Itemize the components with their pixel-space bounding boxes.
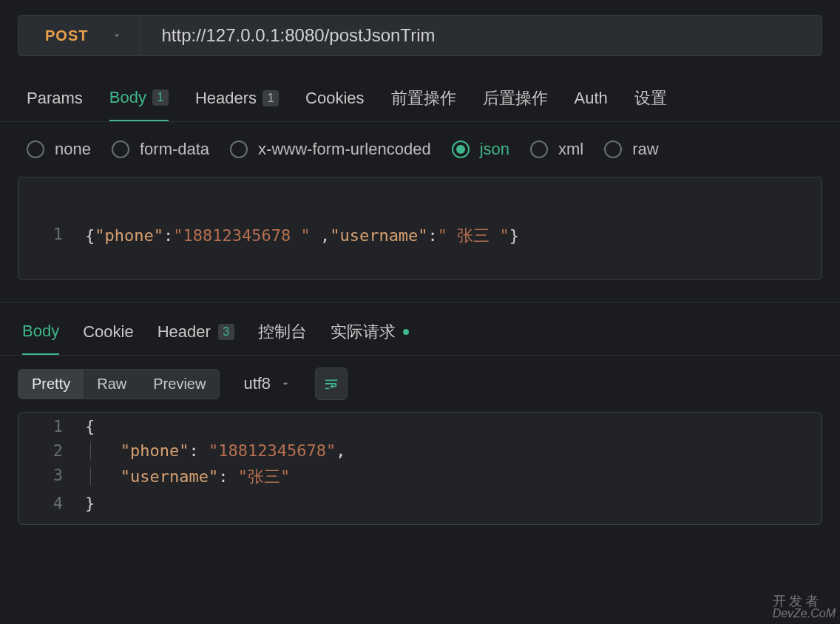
body-type-none[interactable]: none [27, 140, 91, 159]
chevron-down-icon [112, 30, 122, 41]
http-method-select[interactable]: POST [18, 15, 140, 56]
view-preview[interactable]: Preview [140, 370, 219, 399]
line-content: {"phone":"18812345678 " ,"username":" 张三… [85, 225, 822, 247]
view-mode-group: Pretty Raw Preview [18, 369, 220, 399]
word-wrap-icon [323, 376, 339, 392]
resp-tab-header[interactable]: Header 3 [158, 321, 234, 355]
encoding-select[interactable]: utf8 [237, 374, 297, 393]
tab-settings[interactable]: 设置 [634, 87, 667, 121]
request-body-editor[interactable]: 1 {"phone":"18812345678 " ,"username":" … [18, 177, 822, 280]
chevron-down-icon [280, 378, 291, 390]
tab-params[interactable]: Params [27, 87, 83, 121]
radio-icon [452, 140, 470, 158]
radio-icon [27, 140, 44, 158]
body-type-raw[interactable]: raw [604, 140, 658, 159]
tab-postop[interactable]: 后置操作 [483, 87, 548, 121]
resp-tab-body[interactable]: Body [22, 321, 59, 355]
http-method-label: POST [45, 27, 88, 44]
editor-line: 4 } [18, 491, 822, 515]
body-type-form-data[interactable]: form-data [112, 140, 209, 159]
editor-line: 3 "username": "张三" [18, 463, 822, 491]
line-number: 3 [18, 466, 85, 488]
view-raw[interactable]: Raw [84, 370, 140, 399]
body-type-json[interactable]: json [452, 140, 509, 159]
radio-icon [530, 140, 548, 158]
watermark: 开发者 DevZe.CoM [773, 594, 836, 620]
editor-line: 1 {"phone":"18812345678 " ,"username":" … [18, 222, 822, 250]
editor-line: 2 "phone": "18812345678", [18, 438, 822, 463]
header-count-badge: 3 [218, 324, 234, 340]
body-count-badge: 1 [152, 89, 169, 106]
response-body-editor[interactable]: 1 { 2 "phone": "18812345678", 3 "usernam… [18, 412, 822, 525]
resp-tab-actual[interactable]: 实际请求 [331, 321, 409, 355]
radio-icon [604, 140, 622, 158]
line-number: 2 [18, 441, 85, 460]
radio-icon [112, 140, 129, 158]
status-dot-icon [403, 329, 409, 335]
request-tabs: Params Body 1 Headers 1 Cookies 前置操作 后置操… [0, 74, 840, 122]
line-number: 1 [18, 417, 85, 435]
radio-icon [230, 140, 248, 158]
line-number: 1 [18, 225, 85, 247]
line-number: 4 [18, 494, 85, 512]
word-wrap-button[interactable] [315, 367, 348, 400]
tab-cookies[interactable]: Cookies [305, 87, 364, 121]
response-toolbar: Pretty Raw Preview utf8 [0, 356, 840, 412]
body-type-radios: none form-data x-www-form-urlencoded jso… [0, 122, 840, 177]
resp-tab-console[interactable]: 控制台 [258, 321, 307, 355]
view-pretty[interactable]: Pretty [18, 370, 84, 399]
url-input[interactable]: http://127.0.0.1:8080/postJsonTrim [140, 15, 822, 56]
headers-count-badge: 1 [262, 90, 279, 106]
body-type-xwww[interactable]: x-www-form-urlencoded [230, 140, 431, 159]
tab-headers[interactable]: Headers 1 [195, 87, 279, 121]
resp-tab-cookie[interactable]: Cookie [83, 321, 133, 355]
editor-line: 1 { [18, 414, 822, 438]
tab-auth[interactable]: Auth [575, 87, 608, 121]
body-type-xml[interactable]: xml [530, 140, 583, 159]
url-text: http://127.0.0.1:8080/postJsonTrim [161, 25, 435, 46]
tab-preop[interactable]: 前置操作 [391, 87, 456, 121]
response-tabs: Body Cookie Header 3 控制台 实际请求 [0, 303, 840, 356]
tab-body[interactable]: Body 1 [109, 87, 169, 121]
